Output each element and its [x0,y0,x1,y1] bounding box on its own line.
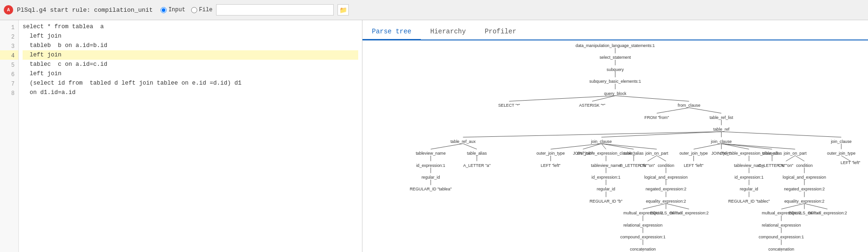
svg-text:compound_expression:1: compound_expression:1 [759,235,804,239]
code-area[interactable]: select * from tablea a left join tableb … [19,20,362,252]
line-number-4: 4 [0,50,18,60]
svg-text:equality_expression:2: equality_expression:2 [784,199,824,204]
svg-text:outer_join_type: outer_join_type [679,151,707,156]
svg-text:equality_expression:2: equality_expression:2 [646,199,686,204]
search-input[interactable] [216,4,334,16]
svg-line-20 [463,132,722,137]
app-logo: A [4,5,13,15]
svg-text:regular_id: regular_id [740,187,758,191]
svg-text:multual_expression:2: multual_expression:2 [669,211,708,215]
svg-line-89 [721,144,772,150]
svg-text:logical_and_expression: logical_and_expression [644,175,688,180]
svg-text:tableview_name: tableview_name [416,151,446,156]
svg-line-10 [615,96,689,102]
line-number-8: 8 [0,88,18,97]
main-content: 12345678 select * from tablea a left joi… [0,20,868,252]
svg-text:outer_join_type: outer_join_type [827,151,855,156]
svg-text:select_statement: select_statement [600,55,631,60]
svg-text:join_on_part: join_on_part [783,151,807,156]
svg-text:negated_expression:2: negated_expression:2 [784,187,825,191]
line-number-7: 7 [0,79,18,88]
svg-text:regular_id: regular_id [421,175,440,180]
svg-text:outer_join_type: outer_join_type [537,151,565,156]
svg-text:A_LETTER "a": A_LETTER "a" [463,163,490,168]
code-line-3: tableb b on a.id=b.id [23,41,358,50]
tree-node-root: data_manipulation_language_statements:1 [576,43,655,48]
svg-line-86 [694,144,722,150]
svg-text:condition: condition [658,163,674,168]
svg-text:table_ref_list: table_ref_list [709,115,733,120]
svg-text:ON "on": ON "on" [640,163,655,168]
code-line-5: tablec c on a.id=c.id [23,60,358,69]
tab-hierarchy[interactable]: Hierarchy [421,24,475,40]
svg-text:tableview_name: tableview_name [591,163,621,168]
svg-text:table_ref_aux: table_ref_aux [450,139,476,144]
code-line-8: on d1.id=a.id [23,88,358,97]
svg-text:ASTERISK "*": ASTERISK "*" [579,103,605,108]
svg-text:table_alias: table_alias [467,151,487,156]
line-number-6: 6 [0,69,18,79]
file-radio-option[interactable]: File [191,7,213,13]
svg-text:subquery: subquery [607,67,624,72]
line-number-5: 5 [0,60,18,69]
code-line-2: left join [23,32,358,41]
svg-text:table_alias: table_alias [762,151,782,156]
file-radio[interactable] [191,7,197,13]
svg-text:REGULAR_ID "tablea": REGULAR_ID "tablea" [410,187,451,191]
svg-text:id_expression:1: id_expression:1 [734,175,764,180]
svg-text:from_clause: from_clause [678,103,700,108]
svg-text:table_ref: table_ref [713,127,730,132]
svg-text:join_on_part: join_on_part [645,151,668,156]
svg-line-62 [648,156,657,161]
svg-line-28 [431,144,463,150]
svg-text:table_alias: table_alias [624,151,644,156]
folder-button[interactable]: 📁 [338,4,349,16]
svg-text:relational_expression: relational_expression [762,223,801,228]
parse-tree-svg: data_manipulation_language_statements:1 … [362,40,868,252]
line-number-3: 3 [0,41,18,50]
svg-text:relational_expression: relational_expression [623,223,662,228]
svg-text:multual_expression:2: multual_expression:2 [808,211,847,215]
svg-line-63 [657,156,666,161]
svg-text:condition: condition [796,163,812,168]
svg-text:FROM "from": FROM "from" [644,115,669,120]
code-line-4: left join [23,50,358,60]
svg-text:regular_id: regular_id [597,187,615,191]
tab-parse-tree[interactable]: Parse tree [362,24,421,40]
svg-text:REGULAR_ID "tablec": REGULAR_ID "tablec" [728,199,770,204]
toolbar: A PlSql.g4 start rule: compilation_unit … [0,0,868,20]
svg-text:LEFT "left": LEFT "left" [841,160,860,165]
svg-text:concatenation: concatenation [768,247,794,252]
svg-text:negated_expression:2: negated_expression:2 [645,187,686,191]
svg-line-8 [509,96,615,102]
svg-text:concatenation: concatenation [630,247,656,252]
svg-line-90 [721,144,795,150]
parse-tree-area[interactable]: data_manipulation_language_statements:1 … [362,40,868,252]
svg-line-15 [689,108,722,113]
input-radio[interactable] [161,7,167,13]
svg-text:logical_and_expression: logical_and_expression [783,175,826,180]
line-number-2: 2 [0,32,18,41]
code-panel: 12345678 select * from tablea a left joi… [0,20,362,252]
svg-line-108 [786,156,796,161]
svg-text:SELECT "*": SELECT "*" [498,103,520,108]
svg-line-72 [643,204,666,209]
svg-text:LEFT "left": LEFT "left" [684,163,704,168]
svg-line-14 [657,108,689,113]
svg-text:ON "on": ON "on" [779,163,794,168]
line-number-1: 1 [0,22,18,32]
input-mode-group: Input File [161,7,213,13]
code-line-6: left join [23,69,358,79]
svg-line-23 [721,132,841,137]
folder-icon: 📁 [339,7,347,14]
input-radio-option[interactable]: Input [161,7,185,13]
tab-profiler[interactable]: Profiler [475,24,526,40]
svg-text:compound_expression:1: compound_expression:1 [620,235,666,239]
svg-line-74 [666,204,689,209]
code-line-1: select * from tablea a [23,22,358,32]
line-numbers: 12345678 [0,20,19,252]
svg-line-118 [781,204,804,209]
svg-line-120 [804,204,828,209]
svg-text:REGULAR_ID "b": REGULAR_ID "b" [589,199,622,204]
svg-line-29 [463,144,477,150]
